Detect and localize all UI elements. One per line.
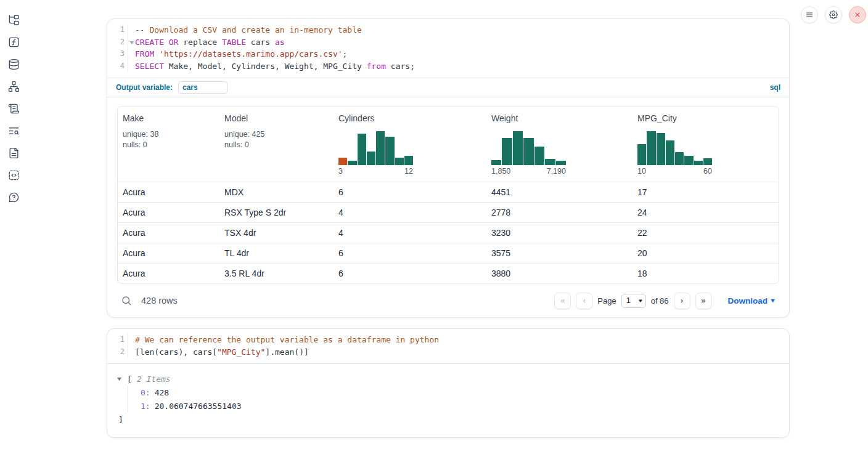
code-token: cars [246,38,275,47]
unique-count: unique: 38 [123,129,215,140]
histogram-bar [513,131,523,165]
scratchpad-icon[interactable] [7,102,20,115]
histogram-bar [684,156,693,165]
entry-index: 1: [141,402,150,411]
column-header-mpg_city[interactable]: MPG_City1060 [633,107,779,182]
histogram-bar [404,156,413,165]
shutdown-close-button[interactable] [849,6,866,23]
table-cell: MDX [219,187,334,197]
table-row[interactable]: AcuraTSX 4dr4323022 [118,222,779,243]
table-cell: 17 [633,187,779,197]
table-row[interactable]: AcuraRSX Type S 2dr4277824 [118,202,779,222]
column-name: Model [224,113,329,123]
code-line[interactable]: 1-- Download a CSV and create an in-memo… [107,24,789,36]
table-cell: 22 [633,228,779,238]
code-token: replace [178,38,221,47]
file-tree-icon[interactable] [7,14,20,26]
code-token: Make, Model, Cylinders, Weight, MPG_City [164,62,367,71]
fold-chevron-icon[interactable]: ▼ [129,37,134,49]
dependency-graph-icon[interactable] [7,80,20,92]
code-token: TABLE [222,38,246,47]
code-line[interactable]: 1# We can reference the output variable … [107,334,789,346]
table-cell: 6 [334,187,486,197]
pagination: « ‹ Page 1 ▼ of 86 › » Download ▼ [554,293,776,309]
table-cell: 6 [334,269,486,278]
histogram-bar [367,152,375,165]
histogram-bar [534,147,544,165]
code-line[interactable]: 2[len(cars), cars["MPG_City"].mean()] [107,346,789,358]
table-row[interactable]: Acura3.5 RL 4dr6388018 [118,263,779,283]
column-header-model[interactable]: Modelunique: 425nulls: 0 [219,107,334,182]
histogram-bars[interactable] [491,131,566,165]
functions-icon[interactable] [7,36,20,48]
histogram-bar [348,161,356,165]
download-label: Download [728,296,768,305]
python-code-editor[interactable]: 1# We can reference the output variable … [107,329,789,363]
output-tree-entries: 0:4281:20.060747663551403 [128,386,779,413]
histogram-axis: 1060 [637,167,712,176]
prev-page-button[interactable]: ‹ [576,293,592,309]
entry-value: 428 [155,388,169,397]
table-cell: 2778 [486,208,633,217]
histogram-bar [637,144,646,165]
data-table: Makeunique: 38nulls: 0Modelunique: 425nu… [117,106,779,284]
code-line[interactable]: 2▼CREATE OR replace TABLE cars as [107,36,789,49]
axis-min-label: 3 [338,167,343,176]
table-row[interactable]: AcuraMDX6445117 [118,182,779,202]
unique-count: unique: 425 [224,129,329,140]
chevron-down-icon: ▼ [769,297,777,304]
table-footer: 428 rows « ‹ Page 1 ▼ of 86 › » Download… [117,290,779,311]
settings-gear-button[interactable] [825,6,842,23]
code-token: ].mean()] [265,347,308,357]
entry-value: 20.060747663551403 [155,402,242,411]
histogram-bar [338,158,347,165]
histogram-bar [675,152,684,165]
entry-index: 0: [141,388,150,397]
table-cell: 3575 [486,248,633,258]
column-histogram: 312 [338,131,413,176]
language-badge[interactable]: sql [770,83,780,92]
column-name: MPG_City [637,113,775,123]
next-page-button[interactable]: › [674,293,690,309]
histogram-axis: 1,8507,190 [491,167,566,176]
table-row[interactable]: AcuraTL 4dr6357520 [118,243,779,263]
code-line[interactable]: 4SELECT Make, Model, Cylinders, Weight, … [107,60,789,73]
documentation-icon[interactable] [7,147,20,159]
histogram-bar [694,161,703,165]
logs-search-icon[interactable] [7,124,20,137]
last-page-button[interactable]: » [695,293,712,309]
histogram-bar [657,133,665,165]
sql-code-editor[interactable]: 1-- Download a CSV and create an in-memo… [107,19,789,78]
column-header-cylinders[interactable]: Cylinders312 [334,107,486,182]
snippets-icon[interactable] [7,169,20,181]
column-header-weight[interactable]: Weight1,8507,190 [486,107,633,182]
first-page-button[interactable]: « [554,293,571,309]
output-variable-label: Output variable: [116,83,173,92]
axis-min-label: 1,850 [491,167,510,176]
output-variable-input[interactable] [178,81,227,94]
column-name: Cylinders [338,113,481,123]
page-select[interactable]: 1 ▼ [621,294,646,308]
histogram-bar [491,160,501,165]
column-header-make[interactable]: Makeunique: 38nulls: 0 [118,107,219,182]
row-count: 428 rows [141,296,178,305]
datasources-icon[interactable] [7,58,20,70]
histogram-bar [376,131,385,165]
collapse-chevron-icon[interactable]: ▼ [117,376,128,382]
histogram-bars[interactable] [338,131,413,165]
code-token: -- Download a CSV and create an in-memor… [135,25,362,34]
table-cell: 3230 [486,228,633,238]
line-number: 4 [107,60,128,73]
line-number: 1 [107,334,128,346]
table-cell: 3.5 RL 4dr [219,269,334,278]
histogram-bars[interactable] [637,131,712,165]
notebook-controls [801,6,866,23]
histogram-bar [385,137,394,165]
column-histogram: 1060 [637,131,712,176]
help-chat-icon[interactable] [7,191,20,203]
table-body: AcuraMDX6445117AcuraRSX Type S 2dr427782… [118,182,779,283]
menu-button[interactable] [801,6,818,23]
search-icon[interactable] [121,295,132,306]
download-button[interactable]: Download ▼ [728,296,776,305]
code-line[interactable]: 3FROM 'https://datasets.marimo.app/cars.… [107,48,789,60]
